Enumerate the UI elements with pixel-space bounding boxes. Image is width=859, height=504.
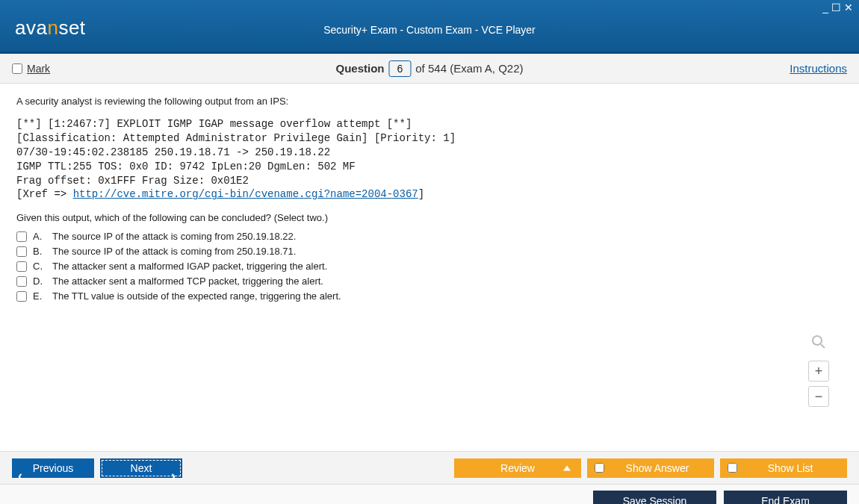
- option-text: The source IP of the attack is coming fr…: [52, 246, 296, 257]
- option-letter: B.: [33, 246, 46, 257]
- code-line: [**] [1:2467:7] EXPLOIT IGMP IGAP messag…: [16, 118, 412, 130]
- minimize-icon[interactable]: _: [822, 1, 828, 13]
- question-number-box[interactable]: 6: [388, 60, 411, 77]
- logo-pre: ava: [15, 16, 47, 39]
- option-letter: C.: [33, 261, 46, 272]
- option-b-checkbox[interactable]: [16, 246, 27, 257]
- show-answer-button[interactable]: Show Answer: [587, 458, 714, 478]
- option-text: The attacker sent a malformed TCP packet…: [52, 276, 323, 287]
- option-c-checkbox[interactable]: [16, 261, 27, 272]
- option-c[interactable]: C. The attacker sent a malformed IGAP pa…: [16, 261, 843, 272]
- zoom-controls: + −: [808, 335, 829, 407]
- option-d-checkbox[interactable]: [16, 276, 27, 287]
- logo-mid: n: [47, 16, 58, 39]
- question-prompt-1: A security analyst is reviewing the foll…: [16, 96, 843, 107]
- option-a-checkbox[interactable]: [16, 231, 27, 242]
- previous-button[interactable]: Previous: [12, 458, 94, 478]
- show-answer-label: Show Answer: [604, 462, 701, 474]
- zoom-in-button[interactable]: +: [808, 361, 829, 382]
- xref-link[interactable]: http://cve.mitre.org/cgi-bin/cvename.cgi…: [73, 188, 418, 200]
- title-bar: avanset Security+ Exam - Custom Exam - V…: [0, 0, 859, 54]
- bottom-bar: Save Session End Exam: [0, 484, 859, 504]
- show-answer-checkbox[interactable]: [595, 463, 604, 473]
- instructions-link[interactable]: Instructions: [790, 62, 847, 75]
- review-button[interactable]: Review: [454, 458, 581, 478]
- question-content: A security analyst is reviewing the foll…: [0, 84, 859, 451]
- question-prompt-2: Given this output, which of the followin…: [16, 212, 843, 223]
- option-b[interactable]: B. The source IP of the attack is coming…: [16, 246, 843, 257]
- show-list-button[interactable]: Show List: [720, 458, 847, 478]
- option-letter: D.: [33, 276, 46, 287]
- question-suffix: of 544 (Exam A, Q22): [415, 62, 523, 75]
- code-line: 07/30-19:45:02.238185 250.19.18.71 -> 25…: [16, 146, 330, 158]
- option-letter: A.: [33, 231, 46, 242]
- code-line: IGMP TTL:255 TOS: 0x0 ID: 9742 IpLen:20 …: [16, 161, 356, 172]
- option-a[interactable]: A. The source IP of the attack is coming…: [16, 231, 843, 242]
- window-title: Security+ Exam - Custom Exam - VCE Playe…: [0, 0, 859, 36]
- maximize-icon[interactable]: ☐: [831, 1, 841, 13]
- option-text: The TTL value is outside of the expected…: [52, 290, 341, 302]
- ips-output-block: [**] [1:2467:7] EXPLOIT IGMP IGAP messag…: [16, 117, 843, 202]
- mark-checkbox-wrap[interactable]: Mark: [12, 63, 50, 75]
- show-list-checkbox[interactable]: [728, 463, 737, 473]
- code-line: Frag offset: 0x1FFF Frag Size: 0x01E2: [16, 175, 249, 187]
- mark-label[interactable]: Mark: [27, 63, 50, 75]
- option-d[interactable]: D. The attacker sent a malformed TCP pac…: [16, 276, 843, 287]
- question-label: Question: [335, 62, 384, 75]
- svg-point-0: [813, 336, 822, 345]
- app-logo: avanset: [15, 16, 86, 40]
- option-e[interactable]: E. The TTL value is outside of the expec…: [16, 290, 843, 302]
- option-text: The source IP of the attack is coming fr…: [52, 231, 296, 242]
- option-e-checkbox[interactable]: [16, 291, 27, 302]
- option-letter: E.: [33, 290, 46, 302]
- end-exam-button[interactable]: End Exam: [724, 491, 847, 505]
- close-icon[interactable]: ✕: [844, 1, 853, 13]
- answer-options: A. The source IP of the attack is coming…: [16, 231, 843, 302]
- code-line-pre: [Xref =>: [16, 188, 73, 200]
- window-controls: _ ☐ ✕: [822, 1, 853, 13]
- zoom-out-button[interactable]: −: [808, 386, 829, 407]
- previous-label: Previous: [33, 462, 73, 474]
- mark-checkbox[interactable]: [12, 63, 22, 74]
- nav-bar: Previous Next Review Show Answer Show Li…: [0, 451, 859, 484]
- magnifier-icon[interactable]: [811, 335, 826, 352]
- next-label: Next: [131, 462, 152, 474]
- show-list-label: Show List: [736, 462, 834, 474]
- save-session-button[interactable]: Save Session: [593, 491, 716, 505]
- next-button[interactable]: Next: [100, 458, 182, 478]
- logo-post: set: [58, 16, 85, 39]
- question-position: Question 6 of 544 (Exam A, Q22): [335, 60, 523, 77]
- option-text: The attacker sent a malformed IGAP packe…: [52, 261, 327, 272]
- question-header-bar: Mark Question 6 of 544 (Exam A, Q22) Ins…: [0, 54, 859, 84]
- code-line: [Classification: Attempted Administrator…: [16, 132, 456, 144]
- svg-line-1: [821, 344, 825, 348]
- review-label: Review: [500, 462, 535, 474]
- code-line-post: ]: [418, 188, 424, 200]
